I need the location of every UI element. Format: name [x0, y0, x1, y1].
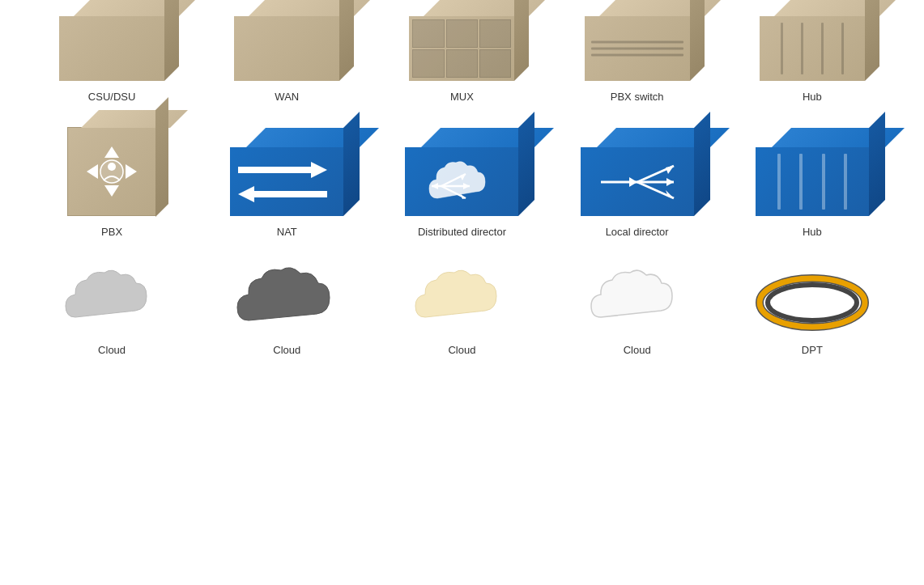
svg-marker-21 — [666, 166, 674, 174]
item-dpt: DPT — [735, 262, 889, 356]
svg-point-29 — [773, 288, 852, 317]
hub-blue-label: Hub — [803, 226, 822, 238]
wan-label: WAN — [275, 91, 299, 103]
mux-icon — [409, 16, 514, 81]
svg-rect-6 — [238, 167, 311, 173]
local-director-label: Local director — [606, 226, 669, 238]
svg-marker-0 — [104, 146, 119, 158]
cloud-cream-label: Cloud — [448, 344, 475, 356]
row-2: PBX NAT — [24, 127, 900, 238]
item-hub-tan: Hub — [735, 16, 889, 103]
item-cloud-white: Cloud — [560, 262, 714, 356]
svg-rect-8 — [254, 191, 327, 197]
cloud-cream-icon — [409, 262, 514, 334]
csu-dsu-icon — [59, 16, 164, 81]
svg-marker-2 — [87, 164, 98, 179]
svg-marker-3 — [126, 164, 137, 179]
row-1: CSU/DSU WAN MUX — [24, 16, 900, 103]
pbx-icon — [67, 127, 156, 216]
item-pbx-switch: PBX switch — [560, 16, 714, 103]
item-cloud-cream: Cloud — [385, 262, 539, 356]
svg-marker-9 — [238, 186, 254, 202]
cloud-white-label: Cloud — [624, 344, 651, 356]
distributed-director-label: Distributed director — [418, 226, 506, 238]
nat-label: NAT — [277, 226, 297, 238]
item-distributed-director: Distributed director — [385, 147, 539, 238]
csu-dsu-label: CSU/DSU — [88, 91, 136, 103]
cloud-light-icon — [59, 262, 164, 334]
local-director-icon — [581, 147, 694, 216]
pbx-label: PBX — [101, 226, 122, 238]
row-3: Cloud Cloud Cloud — [24, 262, 900, 356]
pbx-switch-label: PBX switch — [611, 91, 664, 103]
item-local-director: Local director — [560, 147, 714, 238]
cloud-dark-icon — [234, 262, 339, 334]
cloud-white-icon — [585, 262, 690, 334]
item-mux: MUX — [385, 16, 539, 103]
svg-point-5 — [108, 163, 116, 171]
wan-icon — [234, 16, 339, 81]
item-cloud-light: Cloud — [35, 262, 189, 356]
nat-icon — [230, 147, 343, 216]
dpt-icon — [756, 262, 869, 334]
item-cloud-dark: Cloud — [210, 262, 364, 356]
svg-marker-23 — [666, 178, 674, 186]
item-csu-dsu: CSU/DSU — [35, 16, 189, 103]
dpt-label: DPT — [802, 344, 823, 356]
hub-tan-icon — [760, 16, 865, 81]
item-hub-blue: Hub — [735, 147, 889, 238]
svg-marker-7 — [311, 162, 327, 178]
svg-marker-19 — [629, 177, 637, 187]
mux-label: MUX — [450, 91, 474, 103]
item-pbx: PBX — [35, 127, 189, 238]
distributed-director-icon — [405, 147, 518, 216]
hub-tan-label: Hub — [803, 91, 822, 103]
item-wan: WAN — [210, 16, 364, 103]
item-nat: NAT — [210, 147, 364, 238]
pbx-switch-icon — [585, 16, 690, 81]
cloud-dark-label: Cloud — [273, 344, 300, 356]
hub-blue-icon — [756, 147, 869, 216]
svg-marker-1 — [104, 185, 119, 197]
cloud-light-label: Cloud — [98, 344, 126, 356]
main-grid: CSU/DSU WAN MUX — [0, 0, 924, 372]
